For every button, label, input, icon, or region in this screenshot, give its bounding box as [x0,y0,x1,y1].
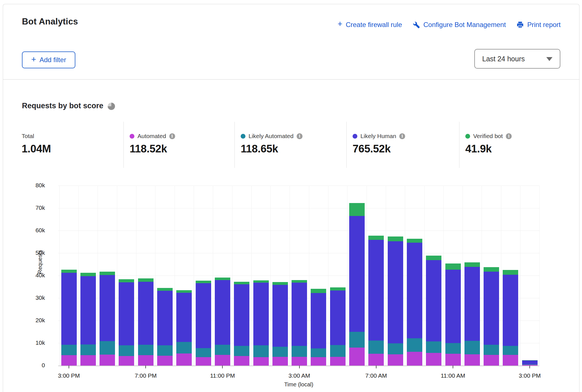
chart-bar[interactable] [119,279,134,366]
bar-segment-automated [272,357,288,366]
info-icon[interactable]: i [297,133,303,139]
x-axis-tick [69,366,69,368]
gridline [58,208,539,208]
bar-segment-likely-human [522,361,538,364]
stat-label: Verified bot [473,133,503,139]
bar-segment-verified-bot [368,236,384,240]
bar-segment-verified-bot [234,282,249,285]
bar-segment-likely-automated [119,345,134,356]
stat-label: Likely Automated [249,133,294,139]
chart-bar[interactable] [368,236,384,366]
bar-segment-automated [368,354,384,366]
section-heading: Requests by bot score [22,102,115,110]
bar-segment-likely-automated [138,345,154,355]
gridline [539,186,540,366]
bar-segment-automated [330,357,346,366]
chart-bar[interactable] [196,281,211,366]
gridline [463,186,463,366]
chart-bar[interactable] [234,282,249,366]
y-axis-tick-label: 20k [25,317,45,324]
chart-bar[interactable] [349,203,365,366]
info-icon[interactable]: i [169,133,175,139]
chart-bar[interactable] [292,280,307,366]
info-icon[interactable]: i [506,133,512,139]
plus-icon: + [338,20,342,28]
x-axis-tick-label: 7:00 PM [127,372,164,379]
print-report-link[interactable]: Print report [516,21,561,29]
stat-label-row: Verified boti [465,133,512,139]
chart-bar[interactable] [522,360,538,366]
bar-segment-verified-bot [484,267,499,272]
bar-segment-automated [445,354,461,366]
bar-segment-automated [138,355,154,366]
chart-bar[interactable] [176,290,192,366]
y-axis-tick-label: 70k [25,204,45,211]
chart-bar[interactable] [215,278,230,366]
bar-segment-likely-human [407,243,422,338]
pie-chart-icon [108,103,115,110]
x-axis-tick [299,366,300,368]
gridline [117,186,117,366]
x-axis-tick-label: 11:00 PM [204,372,241,379]
bar-segment-verified-bot [253,280,269,283]
gridline [347,186,348,366]
bar-segment-likely-human [100,275,115,341]
chart-bar[interactable] [503,270,518,366]
stat-divider [346,122,347,168]
chart-bar[interactable] [388,236,403,366]
bar-segment-verified-bot [272,282,288,285]
bar-segment-automated [176,353,192,366]
bar-segment-automated [426,353,441,366]
x-axis-tick-label: 7:00 AM [358,372,394,379]
chart-bar[interactable] [61,270,77,366]
gridline [136,186,136,366]
stat-label: Likely Human [360,133,396,139]
bar-segment-likely-human [464,267,480,341]
chart-bar[interactable] [426,256,441,366]
bar-segment-automated [253,357,269,366]
bar-segment-likely-human [484,272,499,345]
x-axis-tick [222,366,223,368]
bar-segment-verified-bot [176,290,192,293]
chart-bar[interactable] [272,282,288,366]
chart-bar[interactable] [407,239,422,366]
stat-label: Automated [137,133,166,139]
chart-bar[interactable] [464,262,480,366]
bar-segment-automated [349,348,365,366]
bar-segment-likely-automated [522,364,538,365]
chart-bar[interactable] [80,273,96,366]
chart-bar[interactable] [445,263,461,366]
stat-label-row: Likely Humani [353,133,405,139]
bar-segment-automated [215,355,230,366]
bar-segment-likely-human [138,282,154,345]
stat-label: Total [22,133,34,139]
legend-dot-icon [241,134,245,139]
configure-bot-management-link[interactable]: Configure Bot Management [413,21,506,29]
time-range-dropdown[interactable]: Last 24 hours [474,49,560,69]
bar-segment-likely-human [445,270,461,343]
chart-bar[interactable] [100,272,115,366]
card-header: Bot Analytics + Create firewall rule Con… [3,4,579,80]
stat-value: 118.65k [241,143,278,155]
chart-bar[interactable] [253,280,269,366]
chart-bar[interactable] [157,288,173,366]
chart-bar[interactable] [138,278,154,366]
chart-bar[interactable] [484,267,499,366]
add-filter-button[interactable]: + Add filter [22,51,75,68]
bar-segment-likely-automated [157,345,173,356]
chart-bar[interactable] [330,287,346,366]
bar-segment-automated [388,354,403,366]
header-actions: + Create firewall rule Configure Bot Man… [338,21,561,29]
bar-segment-verified-bot [61,270,77,273]
bar-segment-verified-bot [119,279,134,282]
info-icon[interactable]: i [399,133,405,139]
bar-segment-verified-bot [522,360,538,361]
bar-segment-likely-human [368,240,384,341]
bar-segment-verified-bot [388,236,403,241]
gridline [501,186,501,366]
create-firewall-rule-link[interactable]: + Create firewall rule [338,21,402,29]
bar-segment-likely-human [272,285,288,347]
bar-segment-verified-bot [407,239,422,243]
bar-segment-likely-human [80,276,96,344]
chart-bar[interactable] [311,289,326,366]
